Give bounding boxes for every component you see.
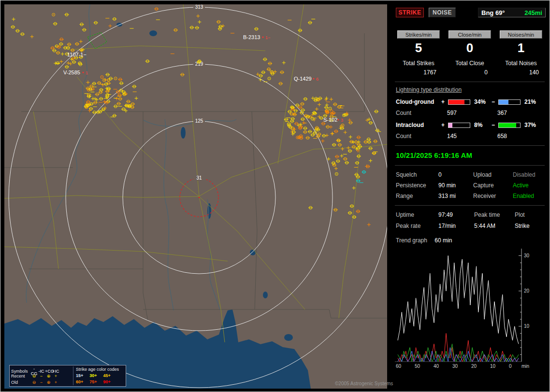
age-code: 90+	[103, 379, 111, 385]
stats-grid: Uptime 97:49 Peak time Plot Peak rate 17…	[396, 211, 547, 229]
total-close-label: Total Close	[455, 60, 484, 67]
trend-graph-window: 60 min	[434, 237, 452, 244]
receiver-label: Receiver	[473, 193, 513, 199]
strikes-per-min-value: 5	[415, 42, 422, 54]
total-noises-label: Total Noises	[505, 60, 536, 67]
settings-grid: Squelch 0 Upload Disabled Persistence 90…	[396, 171, 547, 199]
cg-count-label: Count	[396, 110, 441, 116]
distribution-title: Lightning type distribution	[396, 86, 547, 93]
capture-label: Capture	[473, 182, 513, 189]
legend-symbol: ⊖	[30, 380, 38, 385]
plot-value: Strike	[515, 223, 542, 229]
legend-col-ic-neg: -IC	[38, 369, 45, 374]
divider	[395, 205, 545, 206]
svg-text:6: 6	[316, 77, 318, 82]
trend-x-tick: 10	[490, 364, 495, 369]
svg-text:1: 1	[86, 70, 88, 75]
cloud-ground-row: Cloud-ground + 34% − 21%	[396, 98, 547, 105]
legend-symbol: ⊕	[45, 374, 52, 378]
age-code: 30+	[89, 373, 97, 379]
legend-symbol: +	[52, 374, 59, 378]
bearing-box: Bng 69° 245mi	[478, 8, 546, 17]
map-legend: Symbols -CG -IC +CG +IC Recent ⊖−⊕+ Old …	[9, 365, 126, 387]
noises-per-min-header[interactable]: Noises/min	[500, 30, 542, 39]
persistence-label: Persistence	[396, 182, 438, 189]
trend-x-tick: 40	[434, 364, 439, 369]
legend-recent-row: Recent ⊖−⊕+	[11, 373, 73, 379]
strike-button[interactable]: STRIKE	[396, 8, 424, 17]
cg-minus-count: 367	[492, 110, 542, 116]
capture-status: Active	[513, 182, 545, 189]
app-window: 12521931331B-23131−1107-1−V-25851Q-14296…	[0, 0, 550, 392]
svg-text:1−: 1−	[265, 35, 270, 40]
range-label: Range	[396, 193, 438, 199]
legend-col-cg-pos: +CG	[45, 369, 52, 374]
upload-status: Disabled	[513, 171, 545, 178]
noise-button[interactable]: NOISE	[429, 8, 456, 17]
ic-minus-percent: 37%	[522, 122, 540, 128]
peak-rate-value: 17/min	[438, 223, 474, 229]
trend-graph-row: Trend graph 60 min	[396, 237, 547, 244]
trend-graph-label: Trend graph	[396, 237, 427, 244]
legend-symbol: +	[52, 380, 59, 385]
trend-x-tick: 30	[452, 364, 458, 369]
cg-plus-gauge	[448, 99, 470, 105]
trend-x-unit: min	[521, 364, 529, 369]
divider	[395, 165, 545, 166]
total-close-value: 0	[484, 69, 495, 76]
ic-count-label: Count	[396, 133, 441, 140]
divider	[395, 145, 545, 146]
legend-old-label: Old	[11, 380, 30, 385]
legend-col-ic-pos: +IC	[52, 369, 59, 374]
plus-sign: +	[441, 98, 448, 105]
minus-sign: −	[492, 122, 498, 128]
divider	[395, 82, 545, 82]
ic-minus-gauge	[498, 123, 521, 128]
panel-top-row: STRIKE NOISE Bng 69° 245mi	[396, 7, 546, 18]
strikes-per-min-header[interactable]: Strikes/min	[397, 30, 440, 39]
ic-plus-percent: 8%	[472, 122, 492, 128]
cg-plus-count: 597	[441, 110, 492, 116]
svg-text:125: 125	[195, 118, 203, 124]
cg-minus-percent: 21%	[522, 98, 540, 105]
legend-symbol: −	[38, 380, 45, 385]
legend-symbol: −	[38, 374, 45, 378]
svg-text:3: 3	[341, 118, 343, 123]
ic-minus-count: 658	[492, 133, 542, 140]
strike-map-canvas[interactable]: 12521931331B-23131−1107-1−V-25851Q-14296…	[4, 4, 387, 389]
rate-col-close: Close/min 0 Total Close 0	[444, 30, 495, 76]
cg-plus-percent: 34%	[472, 98, 492, 105]
cloud-ground-count-row: Count 597 367	[396, 110, 547, 116]
legend-age-row-old: 60+75+90+	[76, 379, 124, 385]
trend-x-tick: 60	[396, 364, 401, 369]
minus-sign: −	[492, 98, 498, 105]
legend-symbols-title: Symbols	[11, 369, 30, 374]
total-strikes-label: Total Strikes	[403, 60, 434, 67]
trend-x-tick: 50	[415, 364, 420, 369]
datetime-display: 10/21/2025 6:19:16 AM	[396, 151, 547, 159]
legend-symbols-section: Symbols -CG -IC +CG +IC Recent ⊖−⊕+ Old …	[11, 366, 73, 385]
total-strikes-value: 1767	[423, 69, 444, 76]
svg-text:1107-1−: 1107-1−	[67, 52, 87, 57]
legend-old-row: Old ⊖−⊕+	[11, 379, 73, 385]
total-noises-value: 140	[529, 69, 547, 76]
rate-col-noises: Noises/min 1 Total Noises 140	[495, 30, 547, 76]
svg-text:V-2585: V-2585	[63, 70, 80, 75]
copyright-text: ©2005 Astrogenic Systems	[335, 381, 393, 386]
svg-text:10: 10	[524, 323, 530, 329]
legend-age-section: Strike age color codes 15+30+45+ 60+75+9…	[73, 366, 124, 385]
trend-graph: 102030 6050403020100min	[395, 249, 543, 372]
legend-age-title: Strike age color codes	[76, 366, 124, 373]
legend-recent-label: Recent	[11, 374, 30, 378]
legend-symbol: ⊖	[30, 374, 38, 378]
svg-text:313: 313	[195, 4, 203, 10]
legend-header-row: Symbols -CG -IC +CG +IC	[11, 366, 73, 373]
trend-x-axis-labels: 6050403020100min	[395, 364, 540, 370]
uptime-value: 97:49	[438, 211, 474, 218]
age-code: 45+	[103, 373, 111, 379]
close-per-min-header[interactable]: Close/min	[449, 30, 491, 39]
ic-plus-count: 145	[441, 133, 492, 140]
intracloud-row: Intracloud + 8% − 37%	[396, 122, 547, 128]
svg-text:30: 30	[524, 253, 530, 258]
strike-map[interactable]: 12521931331B-23131−1107-1−V-25851Q-14296…	[4, 4, 387, 389]
